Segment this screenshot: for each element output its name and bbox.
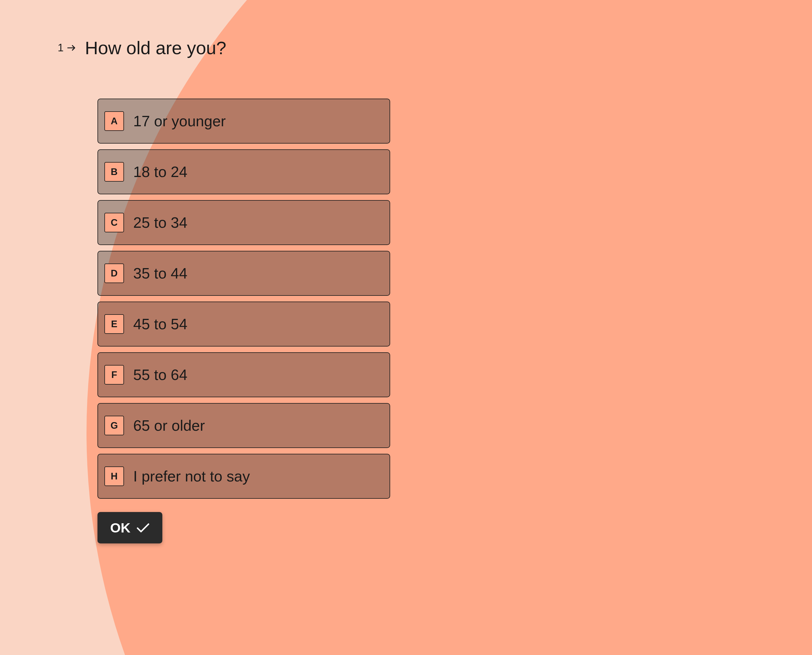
option-key-badge: C [105,213,124,232]
option-label: I prefer not to say [133,467,250,485]
ok-button[interactable]: OK [97,512,162,543]
option-key-badge: G [105,416,124,435]
option-key-badge: B [105,162,124,181]
option-d[interactable]: D 35 to 44 [97,251,390,296]
option-g[interactable]: G 65 or older [97,403,390,448]
option-label: 55 to 64 [133,366,188,383]
option-label: 65 or older [133,417,205,434]
question-header: 1 How old are you? [58,37,812,58]
option-label: 18 to 24 [133,163,188,180]
option-c[interactable]: C 25 to 34 [97,200,390,245]
ok-button-label: OK [110,520,131,536]
question-text: How old are you? [85,37,226,58]
question-number: 1 [58,42,77,54]
option-h[interactable]: H I prefer not to say [97,454,390,499]
option-key-badge: A [105,111,124,131]
check-icon [136,523,150,533]
option-a[interactable]: A 17 or younger [97,98,390,144]
option-key-badge: D [105,263,124,283]
option-e[interactable]: E 45 to 54 [97,301,390,346]
question-number-text: 1 [58,42,64,54]
option-label: 17 or younger [133,112,226,130]
option-label: 25 to 34 [133,214,188,231]
option-label: 35 to 44 [133,264,188,282]
option-key-badge: H [105,466,124,486]
arrow-right-icon [67,45,77,51]
option-f[interactable]: F 55 to 64 [97,352,390,397]
form-content: 1 How old are you? A 17 or younger B 18 … [0,0,812,543]
option-label: 45 to 54 [133,315,188,333]
options-list: A 17 or younger B 18 to 24 C 25 to 34 D … [97,98,812,499]
option-key-badge: E [105,314,124,334]
option-key-badge: F [105,365,124,384]
option-b[interactable]: B 18 to 24 [97,149,390,194]
